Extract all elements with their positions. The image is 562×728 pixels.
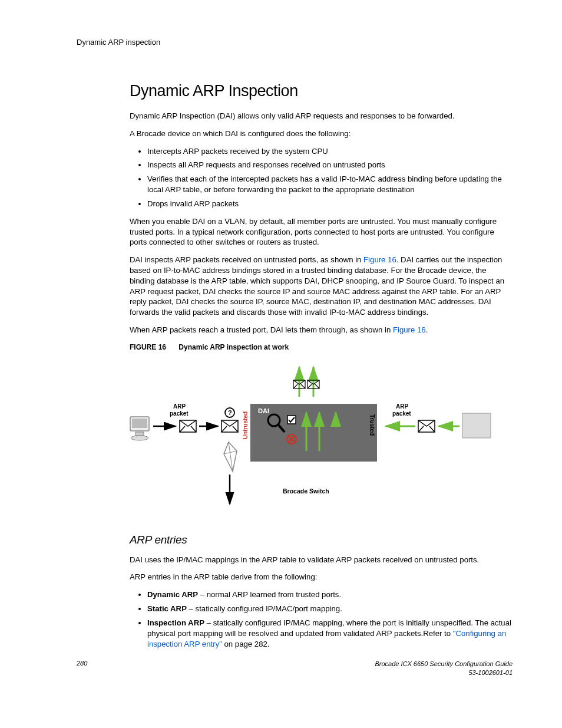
- arp-packet-left-line1: ARP: [173, 403, 186, 410]
- para-intro-2: A Brocade device on which DAI is configu…: [130, 129, 513, 139]
- item-text: – statically configured IP/MAC/port mapp…: [187, 604, 342, 613]
- para-intro-1: Dynamic ARP Inspection (DAI) allows only…: [130, 111, 513, 121]
- figure-link[interactable]: Figure 16: [363, 255, 396, 264]
- text: . DAI carries out the inspection based o…: [130, 255, 504, 317]
- item-term: Static ARP: [147, 604, 187, 613]
- figure-title: Dynamic ARP inspection at work: [178, 343, 289, 351]
- page-number: 280: [77, 660, 87, 667]
- figure-diagram: DAI Untrusted Trusted: [130, 357, 495, 516]
- body-content: Dynamic ARP Inspection (DAI) allows only…: [130, 111, 513, 649]
- bullet-item: Verifies that each of the intercepted pa…: [147, 174, 513, 195]
- svg-rect-15: [132, 419, 147, 428]
- dai-label: DAI: [258, 407, 269, 414]
- arp-packet-right-line2: packet: [392, 410, 411, 417]
- arp-para-2: ARP entries in the ARP table derive from…: [130, 572, 513, 582]
- item-term: Dynamic ARP: [147, 590, 198, 599]
- list-item: Static ARP – statically configured IP/MA…: [147, 604, 513, 614]
- arp-packet-right-line1: ARP: [396, 403, 408, 410]
- page-header: Dynamic ARP inspection: [77, 38, 513, 47]
- switch-label: Brocade Switch: [283, 487, 329, 495]
- item-text: – normal ARP learned from trusted ports.: [198, 590, 341, 599]
- bullet-item: Inspects all ARP requests and responses …: [147, 160, 513, 170]
- doc-title: Brocade ICX 6650 Security Configuration …: [375, 660, 513, 668]
- arp-para-1: DAI uses the IP/MAC mappings in the ARP …: [130, 555, 513, 565]
- svg-rect-28: [462, 413, 491, 438]
- para-enable: When you enable DAI on a VLAN, by defaul…: [130, 216, 513, 248]
- svg-point-17: [131, 436, 148, 440]
- text: When ARP packets reach a trusted port, D…: [130, 325, 393, 334]
- bullet-item: Intercepts ARP packets received by the s…: [147, 146, 513, 157]
- list-item: Dynamic ARP – normal ARP learned from tr…: [147, 589, 513, 600]
- untrusted-label: Untrusted: [242, 411, 249, 439]
- intro-bullets: Intercepts ARP packets received by the s…: [130, 146, 513, 209]
- page-title: Dynamic ARP Inspection: [130, 82, 513, 100]
- doc-number: 53-1002601-01: [375, 668, 513, 677]
- svg-text:?: ?: [228, 409, 232, 416]
- bullet-item: Drops invalid ARP packets: [147, 199, 513, 209]
- para-inspect: DAI inspects ARP packets received on unt…: [130, 255, 513, 318]
- item-term: Inspection ARP: [147, 618, 204, 627]
- figure-link[interactable]: Figure 16: [393, 325, 426, 334]
- svg-rect-4: [250, 404, 377, 462]
- trusted-label: Trusted: [369, 414, 375, 436]
- subsection-heading: ARP entries: [130, 532, 513, 548]
- item-text: on page 282.: [222, 640, 270, 648]
- para-trusted: When ARP packets reach a trusted port, D…: [130, 325, 513, 335]
- arp-packet-left-line2: packet: [170, 410, 189, 417]
- figure-number: FIGURE 16: [130, 343, 166, 351]
- arp-entries-list: Dynamic ARP – normal ARP learned from tr…: [130, 589, 513, 649]
- text: .: [426, 325, 428, 334]
- list-item: Inspection ARP – statically configured I…: [147, 618, 513, 649]
- figure-label: FIGURE 16 Dynamic ARP inspection at work: [130, 342, 513, 352]
- svg-rect-16: [135, 432, 144, 436]
- text: DAI inspects ARP packets received on unt…: [130, 255, 363, 264]
